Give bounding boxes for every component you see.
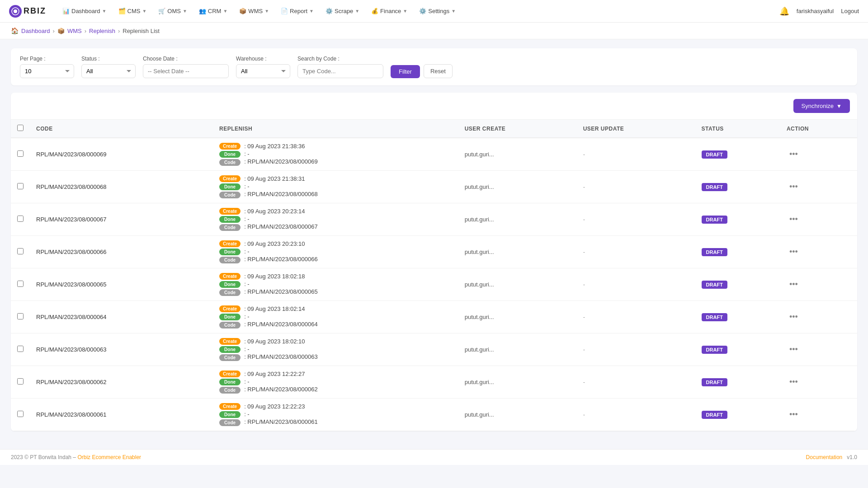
code-badge[interactable]: Code [219,224,241,231]
status-badge: DRAFT [702,313,727,321]
row-checkbox[interactable] [17,313,24,319]
row-user-update: - [577,301,695,333]
nav-finance[interactable]: 💰 Finance ▼ [367,5,412,17]
code-badge[interactable]: Code [219,322,241,328]
action-menu-button[interactable]: ••• [787,344,801,355]
report-icon: 📄 [281,8,288,14]
replenish-ref: : RPL/MAN/2023/08/000065 [244,288,318,295]
status-label: Status : [81,56,136,62]
row-status: DRAFT [695,171,780,203]
action-menu-button[interactable]: ••• [787,376,801,388]
row-checkbox[interactable] [17,150,24,157]
action-menu-button[interactable]: ••• [787,311,801,323]
nav-dashboard[interactable]: 📊 Dashboard ▼ [58,5,111,17]
scrape-icon: ⚙️ [326,8,333,14]
create-badge[interactable]: Create [219,143,241,150]
create-badge[interactable]: Create [219,403,241,410]
code-badge[interactable]: Code [219,192,241,198]
replenish-ref: : RPL/MAN/2023/08/000067 [244,223,318,230]
row-action: ••• [780,203,857,236]
breadcrumb-wms[interactable]: WMS [67,28,82,34]
code-badge[interactable]: Code [219,387,241,394]
row-user-update: - [577,333,695,366]
reset-button[interactable]: Reset [424,64,453,78]
filter-button[interactable]: Filter [391,65,420,78]
select-all-checkbox[interactable] [17,125,24,131]
header-replenish: REPLENISH [213,120,458,138]
create-badge[interactable]: Create [219,338,241,345]
row-replenish: Create Done Code : 09 Aug 2023 18:02:10 … [213,333,458,366]
done-badge[interactable]: Done [219,151,241,158]
action-menu-button[interactable]: ••• [787,246,801,258]
done-badge[interactable]: Done [219,411,241,418]
replenish-datetime: : 09 Aug 2023 21:38:31 [244,175,318,182]
status-group: Status : All Draft Done Cancelled [81,56,136,78]
done-badge[interactable]: Done [219,249,241,255]
logout-button[interactable]: Logout [841,8,859,14]
header-code: CODE [30,120,213,138]
row-checkbox[interactable] [17,248,24,254]
done-badge[interactable]: Done [219,281,241,288]
row-code: RPL/MAN/2023/08/000069 [30,138,213,171]
date-input[interactable] [143,64,229,78]
breadcrumb-sep-2: › [85,28,86,34]
done-badge[interactable]: Done [219,379,241,385]
nav-cms[interactable]: 🗂️ CMS ▼ [114,5,151,17]
action-menu-button[interactable]: ••• [787,279,801,290]
nav-wms[interactable]: 📦 WMS ▼ [235,5,274,17]
synchronize-button[interactable]: Synchronize ▼ [793,99,850,113]
create-badge[interactable]: Create [219,305,241,312]
footer-doc-link[interactable]: Documentation [806,454,843,460]
action-menu-button[interactable]: ••• [787,181,801,192]
username[interactable]: fariskhasyaiful [797,8,834,14]
row-checkbox-cell [11,301,30,333]
row-checkbox[interactable] [17,183,24,189]
create-badge[interactable]: Create [219,273,241,280]
row-checkbox[interactable] [17,216,24,222]
create-badge[interactable]: Create [219,175,241,182]
code-badge[interactable]: Code [219,289,241,296]
code-badge[interactable]: Code [219,354,241,361]
breadcrumb-sep-1: › [53,28,55,34]
done-badge[interactable]: Done [219,183,241,190]
action-menu-button[interactable]: ••• [787,214,801,225]
row-checkbox[interactable] [17,281,24,287]
row-action: ••• [780,333,857,366]
done-badge[interactable]: Done [219,314,241,320]
row-checkbox-cell [11,399,30,431]
code-badge[interactable]: Code [219,257,241,263]
create-badge[interactable]: Create [219,208,241,215]
search-input[interactable] [297,64,383,78]
done-badge[interactable]: Done [219,346,241,353]
replenish-datetime: : 09 Aug 2023 20:23:14 [244,208,318,215]
nav-settings[interactable]: ⚙️ Settings ▼ [415,5,460,17]
status-select[interactable]: All Draft Done Cancelled [81,64,136,78]
replenish-info: : 09 Aug 2023 12:22:27 : - : RPL/MAN/202… [244,371,318,393]
logo[interactable]: RBIZ [9,5,46,18]
action-menu-button[interactable]: ••• [787,409,801,420]
warehouse-select[interactable]: All [236,64,290,78]
nav-scrape[interactable]: ⚙️ Scrape ▼ [321,5,364,17]
nav-oms[interactable]: 🛒 OMS ▼ [154,5,192,17]
nav-report[interactable]: 📄 Report ▼ [276,5,318,17]
replenish-info: : 09 Aug 2023 18:02:10 : - : RPL/MAN/202… [244,338,318,360]
done-badge[interactable]: Done [219,216,241,223]
replenish-ref: : RPL/MAN/2023/08/000064 [244,321,318,328]
bell-icon[interactable]: 🔔 [779,6,789,16]
code-badge[interactable]: Code [219,419,241,426]
nav-crm[interactable]: 👥 CRM ▼ [194,5,232,17]
footer-brand-link[interactable]: Orbiz Ecommerce Enabler [77,454,141,460]
row-checkbox[interactable] [17,346,24,352]
row-checkbox[interactable] [17,378,24,385]
row-checkbox[interactable] [17,411,24,417]
row-user-create: putut.guri... [458,203,577,236]
code-badge[interactable]: Code [219,159,241,166]
breadcrumb-dashboard[interactable]: Dashboard [21,28,50,34]
create-badge[interactable]: Create [219,240,241,247]
breadcrumb-wms-icon: 📦 [57,28,65,34]
breadcrumb-replenish[interactable]: Replenish [89,28,115,34]
status-badge: DRAFT [702,150,727,159]
action-menu-button[interactable]: ••• [787,149,801,160]
per-page-select[interactable]: 10 25 50 100 [20,64,74,78]
create-badge[interactable]: Create [219,371,241,377]
